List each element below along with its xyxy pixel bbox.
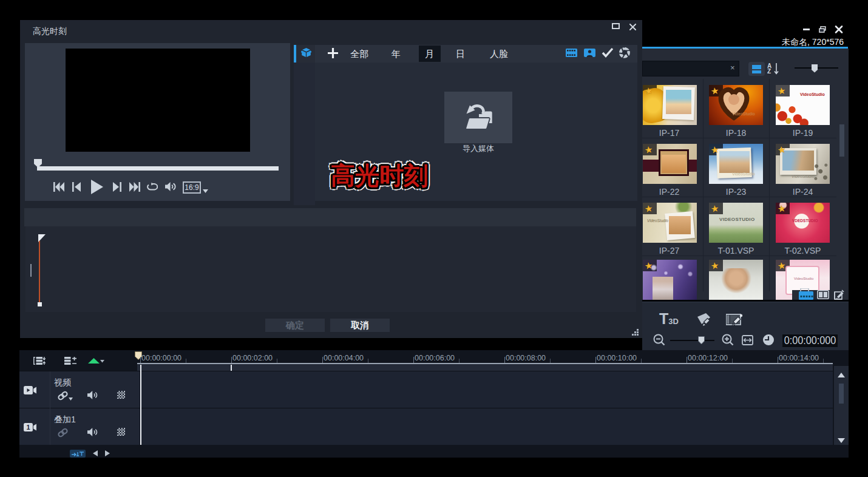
svg-text:1: 1 — [26, 424, 30, 431]
